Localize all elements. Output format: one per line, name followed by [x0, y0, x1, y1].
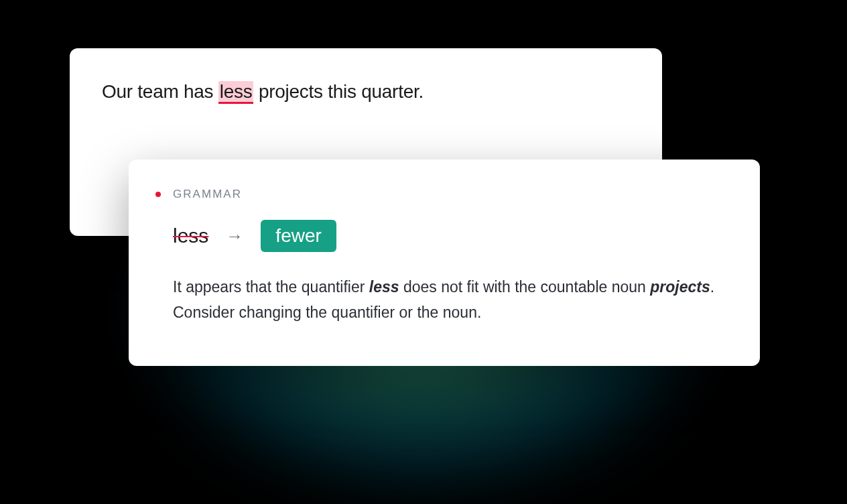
- suggestion-description: It appears that the quantifier less does…: [155, 275, 722, 326]
- suggestion-row: less → fewer: [155, 220, 722, 252]
- original-word-strikethrough: less: [173, 225, 208, 247]
- arrow-right-icon: →: [226, 226, 243, 247]
- suggestion-card: GRAMMAR less → fewer It appears that the…: [129, 160, 760, 366]
- description-text-2: does not fit with the countable noun: [399, 278, 651, 296]
- highlighted-error-word[interactable]: less: [218, 81, 254, 104]
- suggestion-header: GRAMMAR: [155, 188, 722, 201]
- replacement-suggestion-button[interactable]: fewer: [261, 220, 336, 252]
- editor-text-after: projects this quarter.: [253, 81, 423, 102]
- category-label: GRAMMAR: [173, 188, 242, 201]
- description-emphasis-2: projects: [650, 278, 710, 296]
- editor-text[interactable]: Our team has less projects this quarter.: [102, 78, 630, 106]
- description-text-1: It appears that the quantifier: [173, 278, 369, 296]
- category-dot-icon: [155, 192, 161, 197]
- description-emphasis-1: less: [369, 278, 399, 296]
- editor-text-before: Our team has: [102, 81, 218, 102]
